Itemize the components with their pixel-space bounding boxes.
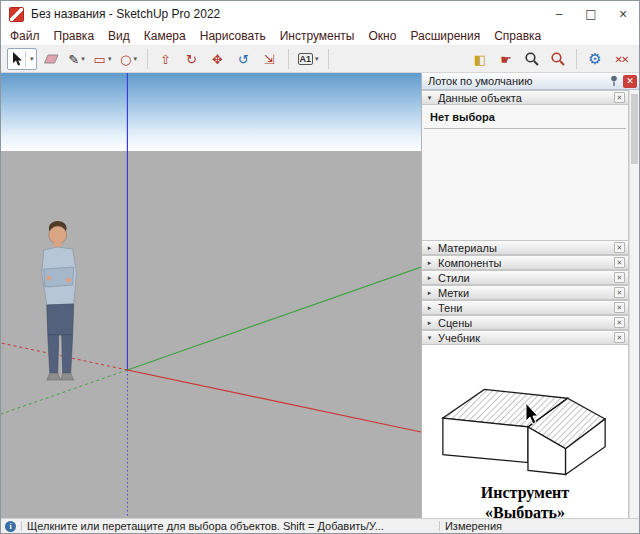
menu-help[interactable]: Справка <box>487 28 548 44</box>
paint-bucket-icon: ◧ <box>474 52 486 67</box>
divider <box>424 128 626 129</box>
orbit-tool-button[interactable]: ↻ <box>180 48 204 70</box>
eraser-icon <box>43 53 59 65</box>
select-tool-button[interactable]: ▾ <box>7 48 37 70</box>
menu-view[interactable]: Вид <box>101 28 137 44</box>
window-title: Без названия - SketchUp Pro 2022 <box>31 7 543 21</box>
pin-button[interactable] <box>607 75 621 88</box>
toolbar-separator <box>328 49 329 69</box>
circle-tool-button[interactable]: ○ ▾ <box>117 48 141 70</box>
green-axis-solid <box>127 267 421 370</box>
divider <box>439 521 440 531</box>
chevron-down-icon[interactable]: ▾ <box>315 55 319 63</box>
viewport-drawing <box>1 73 421 518</box>
minimize-button[interactable]: – <box>543 1 575 27</box>
line-tool-button[interactable]: ✎ ▾ <box>65 48 89 70</box>
walk-tool-button[interactable]: ☛ <box>494 48 518 70</box>
rotate-tool-button[interactable]: ↺ <box>232 48 256 70</box>
measurements-input[interactable] <box>507 519 635 533</box>
panel-scenes-header[interactable]: ▸ Сцены ✕ <box>422 315 629 330</box>
chevron-right-icon: ▸ <box>425 289 434 297</box>
close-icon[interactable]: ✕ <box>614 287 625 298</box>
close-icon[interactable]: ✕ <box>614 257 625 268</box>
menu-camera[interactable]: Камера <box>137 28 193 44</box>
tray-titlebar[interactable]: Лоток по умолчанию ✕ <box>422 73 639 90</box>
menu-edit[interactable]: Правка <box>47 28 102 44</box>
tray-title: Лоток по умолчанию <box>428 75 607 87</box>
panel-shadows-header[interactable]: ▸ Тени ✕ <box>422 300 629 315</box>
panel-tags-header[interactable]: ▸ Метки ✕ <box>422 285 629 300</box>
extension-manager-button[interactable]: ⚙ <box>583 48 607 70</box>
default-tray: Лоток по умолчанию ✕ ▾ Данные объекта ✕ <box>421 73 639 518</box>
hand-icon: ☛ <box>500 52 512 67</box>
chevron-down-icon: ▾ <box>425 94 434 102</box>
info-icon[interactable]: i <box>5 521 16 532</box>
chevron-right-icon: ▸ <box>425 319 434 327</box>
scrollbar-thumb[interactable] <box>631 94 638 164</box>
chevron-down-icon[interactable]: ▾ <box>133 55 137 63</box>
main-area: Лоток по умолчанию ✕ ▾ Данные объекта ✕ <box>1 73 639 518</box>
chevron-down-icon[interactable]: ▾ <box>30 55 34 63</box>
menu-window[interactable]: Окно <box>361 28 403 44</box>
close-icon[interactable]: ✕ <box>614 92 625 103</box>
menu-draw[interactable]: Нарисовать <box>193 28 273 44</box>
close-icon[interactable]: ✕ <box>614 302 625 313</box>
toolbar-right-group: ◧ ☛ ⚙ ✕✕ <box>468 48 633 70</box>
panel-label: Сцены <box>438 317 610 329</box>
panel-entity-info-header[interactable]: ▾ Данные объекта ✕ <box>422 90 629 105</box>
chevron-down-icon[interactable]: ▾ <box>81 55 85 63</box>
move-tool-button[interactable]: ✥ <box>206 48 230 70</box>
menu-tools[interactable]: Инструменты <box>273 28 362 44</box>
shapes-tool-button[interactable]: ▭ ▾ <box>91 48 115 70</box>
menu-extensions[interactable]: Расширения <box>403 28 487 44</box>
scale-figure-person <box>42 221 77 380</box>
tray-scrollbar[interactable] <box>629 90 639 518</box>
menu-file[interactable]: Файл <box>3 28 47 44</box>
zoom-extents-tool-button[interactable] <box>546 48 570 70</box>
window-controls: – □ × <box>543 1 639 27</box>
tray-body: ▾ Данные объекта ✕ Нет выбора ▸ Материал… <box>422 90 629 518</box>
close-button[interactable]: × <box>607 1 639 27</box>
panel-components-header[interactable]: ▸ Компоненты ✕ <box>422 255 629 270</box>
paint-bucket-tool-button[interactable]: ◧ <box>468 48 492 70</box>
chevron-right-icon: ▸ <box>425 274 434 282</box>
scale-tool-button[interactable]: ⇲ <box>258 48 282 70</box>
maximize-button[interactable]: □ <box>575 1 607 27</box>
divider <box>21 521 22 531</box>
close-icon[interactable]: ✕ <box>614 317 625 328</box>
red-axis-solid <box>127 370 421 432</box>
sketchup-window: Без названия - SketchUp Pro 2022 – □ × Ф… <box>0 0 640 534</box>
panel-instructor-header[interactable]: ▾ Учебник ✕ <box>422 330 629 345</box>
push-pull-tool-button[interactable]: ⇧ <box>154 48 178 70</box>
statusbar: i Щелкните или перетащите для выбора объ… <box>1 518 639 533</box>
eraser-tool-button[interactable] <box>39 48 63 70</box>
panel-styles-header[interactable]: ▸ Стили ✕ <box>422 270 629 285</box>
select-cursor-icon <box>10 52 23 66</box>
chevron-down-icon: ▾ <box>425 334 434 342</box>
sketchup-logo-icon <box>9 7 24 22</box>
modeling-viewport[interactable] <box>1 73 421 518</box>
panel-label: Тени <box>438 302 610 314</box>
titlebar[interactable]: Без названия - SketchUp Pro 2022 – □ × <box>1 1 639 27</box>
chevron-down-icon[interactable]: ▾ <box>108 55 112 63</box>
close-icon[interactable]: ✕ <box>614 332 625 343</box>
toolbar: ▾ ✎ ▾ ▭ ▾ ○ ▾ ⇧ ↻ ✥ ↺ <box>1 46 639 73</box>
entity-info-content: Нет выбора <box>422 105 629 240</box>
menubar: Файл Правка Вид Камера Нарисовать Инстру… <box>1 27 639 46</box>
panel-label: Материалы <box>438 242 610 254</box>
zoom-tool-button[interactable] <box>520 48 544 70</box>
double-x-button[interactable]: ✕✕ <box>609 48 633 70</box>
instructor-house-image <box>431 363 619 481</box>
chevron-right-icon: ▸ <box>425 304 434 312</box>
close-icon[interactable]: ✕ <box>614 272 625 283</box>
divider <box>25 51 26 67</box>
measurements-label: Измерения <box>445 520 502 532</box>
instructor-title-line2: «Выбрать» <box>422 503 628 518</box>
instructor-content: Инструмент «Выбрать» <box>422 345 629 518</box>
panel-materials-header[interactable]: ▸ Материалы ✕ <box>422 240 629 255</box>
tray-close-button[interactable]: ✕ <box>623 75 637 88</box>
text-label-tool-button[interactable]: A1 ▾ <box>295 48 322 70</box>
pencil-icon: ✎ <box>68 52 79 67</box>
gear-icon: ⚙ <box>588 50 601 68</box>
close-icon[interactable]: ✕ <box>614 242 625 253</box>
